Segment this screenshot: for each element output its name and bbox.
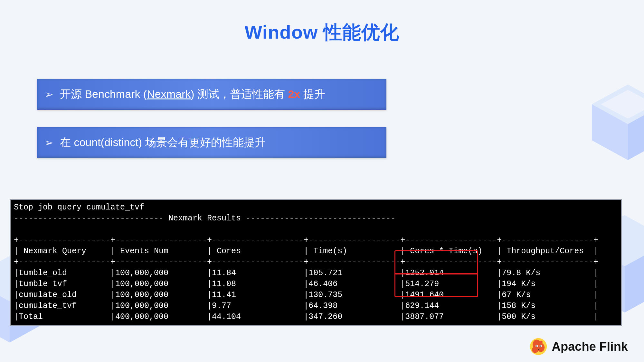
slide-title: Window 性能优化 xyxy=(0,20,644,45)
footer-brand-text: Apache Flink xyxy=(552,340,628,354)
flink-squirrel-icon xyxy=(529,338,547,356)
svg-marker-6 xyxy=(601,90,644,119)
highlight-box-tumble xyxy=(394,250,478,274)
bullet-one-suffix: 提升 xyxy=(300,88,325,100)
terminal-output: Stop job query cumulate_tvf ------------… xyxy=(10,199,622,326)
deco-cube-right-top xyxy=(583,77,644,167)
svg-marker-5 xyxy=(628,104,644,160)
bullet-one-highlight: 2x xyxy=(288,88,300,100)
bullet-one-prefix: 开源 Benchmark ( xyxy=(60,88,147,100)
bullet-two: ➢ 在 count(distinct) 场景会有更好的性能提升 xyxy=(37,127,386,158)
footer-logo: Apache Flink xyxy=(529,338,628,356)
svg-marker-3 xyxy=(592,84,644,124)
bullet-one: ➢ 开源 Benchmark (Nexmark) 测试，普适性能有 2x 提升 xyxy=(37,79,386,110)
chevron-right-icon: ➢ xyxy=(44,136,53,149)
chevron-right-icon: ➢ xyxy=(44,88,53,101)
svg-point-12 xyxy=(536,346,537,347)
svg-point-14 xyxy=(540,346,541,347)
highlight-box-cumulate xyxy=(394,273,478,297)
svg-marker-4 xyxy=(592,104,628,160)
bullet-two-text: 在 count(distinct) 场景会有更好的性能提升 xyxy=(60,135,266,150)
bullet-one-mid: ) 测试，普适性能有 xyxy=(191,88,288,100)
bullet-one-link: Nexmark xyxy=(147,88,191,100)
svg-marker-1 xyxy=(0,279,10,342)
svg-marker-9 xyxy=(625,241,644,312)
bullet-one-text: 开源 Benchmark (Nexmark) 测试，普适性能有 2x 提升 xyxy=(60,87,325,102)
